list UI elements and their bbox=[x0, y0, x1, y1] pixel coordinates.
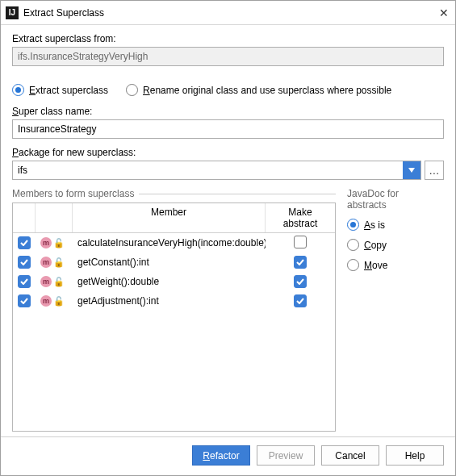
row-checkbox[interactable] bbox=[18, 236, 31, 249]
radio-dot-icon bbox=[126, 84, 138, 96]
app-icon: IJ bbox=[6, 6, 19, 19]
refactor-button[interactable]: Refactor bbox=[192, 445, 250, 466]
visibility-icon: 🔓 bbox=[53, 257, 65, 268]
radio-rename-original[interactable]: Rename original class and use superclass… bbox=[126, 84, 391, 96]
package-field[interactable] bbox=[13, 161, 403, 179]
visibility-icon: 🔓 bbox=[53, 296, 65, 307]
radio-dot-icon bbox=[12, 84, 24, 96]
titlebar: IJ Extract Superclass ✕ bbox=[1, 1, 455, 25]
package-label: Package for new superclass: bbox=[12, 147, 444, 158]
radio-dot-icon bbox=[347, 219, 359, 231]
radio-javadoc-move[interactable]: Move bbox=[347, 259, 444, 271]
radio-javadoc-asis[interactable]: As is bbox=[347, 219, 444, 231]
help-button[interactable]: Help bbox=[386, 445, 444, 466]
table-row: m🔓getWeight():double bbox=[13, 272, 335, 291]
row-checkbox[interactable] bbox=[18, 256, 31, 269]
members-table: Member Make abstract m🔓calculateInsuranc… bbox=[12, 203, 336, 432]
method-icon: m bbox=[40, 257, 52, 268]
from-label: Extract superclass from: bbox=[12, 33, 444, 44]
member-name[interactable]: calculateInsuranceVeryHigh(income:double… bbox=[73, 234, 266, 252]
javadoc-copy-label: Copy bbox=[364, 240, 387, 251]
abstract-checkbox[interactable] bbox=[294, 294, 307, 307]
from-field bbox=[12, 47, 444, 66]
preview-button[interactable]: Preview bbox=[257, 445, 315, 466]
table-row: m🔓getConstant():int bbox=[13, 253, 335, 272]
cancel-button[interactable]: Cancel bbox=[321, 445, 379, 466]
visibility-icon: 🔓 bbox=[53, 238, 65, 248]
super-name-label: Super class name: bbox=[12, 106, 444, 117]
row-checkbox[interactable] bbox=[18, 275, 31, 288]
radio-javadoc-copy[interactable]: Copy bbox=[347, 239, 444, 251]
abstract-checkbox[interactable] bbox=[294, 275, 307, 288]
javadoc-move-label: Move bbox=[364, 260, 387, 271]
method-icon: m bbox=[40, 237, 52, 248]
radio-dot-icon bbox=[347, 239, 359, 251]
radio-extract-superclass[interactable]: Extract superclass bbox=[12, 84, 108, 96]
method-icon: m bbox=[40, 276, 52, 287]
abstract-checkbox[interactable] bbox=[294, 256, 307, 269]
super-name-field[interactable] bbox=[12, 119, 444, 139]
row-checkbox[interactable] bbox=[18, 294, 31, 307]
col-header-abstract: Make abstract bbox=[266, 203, 335, 232]
radio-dot-icon bbox=[347, 259, 359, 271]
window-title: Extract Superclass bbox=[23, 7, 426, 19]
col-header-check bbox=[13, 203, 36, 232]
col-header-icon bbox=[36, 203, 73, 232]
radio-rename-label: Rename original class and use superclass… bbox=[143, 85, 391, 96]
member-name[interactable]: getAdjustment():int bbox=[73, 292, 266, 310]
table-row: m🔓calculateInsuranceVeryHigh(income:doub… bbox=[13, 233, 335, 253]
visibility-icon: 🔓 bbox=[53, 277, 65, 287]
javadoc-asis-label: As is bbox=[364, 219, 385, 231]
package-dropdown-button[interactable] bbox=[403, 161, 420, 179]
table-row: m🔓getAdjustment():int bbox=[13, 291, 335, 311]
package-combobox[interactable] bbox=[12, 161, 421, 180]
chevron-down-icon bbox=[408, 168, 415, 173]
javadoc-group-label: JavaDoc for abstracts bbox=[347, 188, 444, 211]
package-browse-button[interactable]: … bbox=[425, 161, 444, 180]
radio-extract-label: Extract superclass bbox=[29, 85, 108, 96]
col-header-member: Member bbox=[73, 203, 266, 232]
member-name[interactable]: getConstant():int bbox=[73, 253, 266, 271]
member-name[interactable]: getWeight():double bbox=[73, 273, 266, 290]
close-icon[interactable]: ✕ bbox=[426, 6, 449, 19]
method-icon: m bbox=[40, 295, 52, 307]
abstract-checkbox[interactable] bbox=[294, 236, 307, 248]
members-group-label: Members to form superclass bbox=[12, 188, 336, 199]
